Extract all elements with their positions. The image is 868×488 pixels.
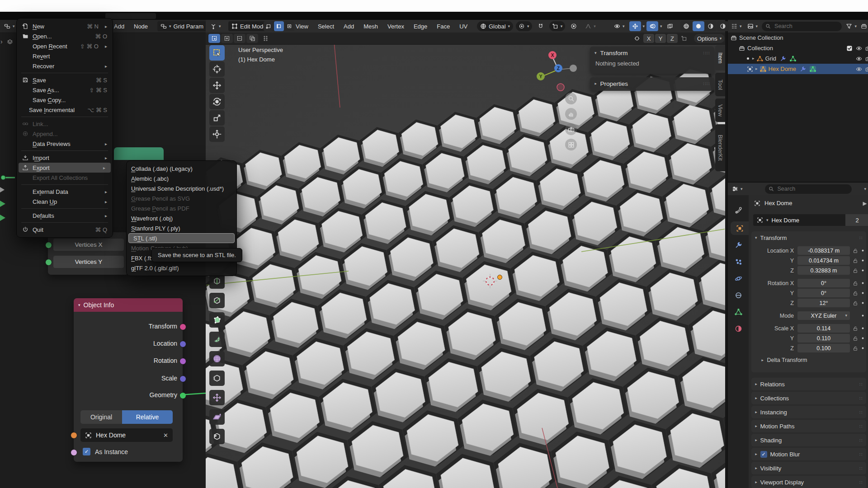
- tab-particles[interactable]: [728, 255, 749, 268]
- outliner-search[interactable]: [762, 22, 842, 31]
- export-menu-item-stanford-ply-ply[interactable]: Stanford PLY (.ply): [127, 223, 236, 233]
- npanel-tab-tool[interactable]: Tool: [715, 73, 725, 96]
- tool-knife-button[interactable]: [209, 293, 225, 308]
- export-menu-item-grease-pencil-as-pdf[interactable]: Grease Pencil as PDF: [127, 203, 236, 213]
- lock-icon[interactable]: [852, 281, 859, 286]
- viewport-menu-select[interactable]: Select: [316, 23, 335, 30]
- socket-vertices-y[interactable]: [45, 259, 52, 266]
- xray-toggle[interactable]: [664, 21, 676, 31]
- npanel-properties-title[interactable]: Properties: [600, 80, 700, 87]
- file-menu-item-open[interactable]: Open...⌘ O: [17, 31, 113, 41]
- expand-chevron-icon[interactable]: ▸: [755, 67, 758, 71]
- file-menu-item-import[interactable]: Import▸: [17, 153, 113, 163]
- cursor-3d[interactable]: [480, 271, 500, 291]
- field-z[interactable]: 12°: [797, 299, 850, 307]
- tool-cursor-button[interactable]: [209, 61, 225, 77]
- animate-dot[interactable]: [862, 250, 864, 252]
- tool-move-button[interactable]: [209, 78, 225, 93]
- export-menu-item-alembic-abc[interactable]: Alembic (.abc): [127, 174, 236, 183]
- animate-dot[interactable]: [862, 302, 864, 304]
- file-menu-item-save-as[interactable]: Save As...⇧ ⌘ S: [17, 85, 113, 95]
- panel-viewport-display[interactable]: ▾Viewport Display∷: [751, 476, 866, 488]
- editor-type-button[interactable]: ▾: [2, 21, 17, 31]
- panel-relations[interactable]: ▾Relations∷: [751, 378, 866, 390]
- field-scale-x[interactable]: 0.114: [797, 324, 850, 333]
- shading-rendered[interactable]: [717, 21, 729, 31]
- expand-chevron-icon[interactable]: ▸: [752, 56, 755, 61]
- properties-editor-type[interactable]: ▾: [731, 184, 744, 194]
- tool-rip-region-button[interactable]: [209, 429, 225, 444]
- panel-grip[interactable]: ∷: [859, 396, 863, 401]
- lock-icon[interactable]: [852, 336, 859, 341]
- pan-button[interactable]: [565, 108, 577, 120]
- snap-base-icon[interactable]: [679, 34, 689, 43]
- field-mode[interactable]: XYZ Euler▾: [797, 311, 850, 320]
- field-y[interactable]: 0°: [797, 289, 850, 297]
- export-menu-item-gltf-2-0-glb-gltf[interactable]: glTF 2.0 (.glb/.gltf): [127, 263, 236, 273]
- orientation-dropdown[interactable]: Global▾: [477, 21, 513, 31]
- file-menu-item-save-copy[interactable]: Save Copy...: [17, 95, 113, 105]
- tool-select-box-button[interactable]: [209, 45, 225, 61]
- close-icon[interactable]: ✕: [163, 432, 168, 439]
- editor-type-button[interactable]: ▾: [208, 21, 223, 31]
- vertices-node[interactable]: Vertices X Vertices Y: [48, 232, 128, 275]
- mirror-icon[interactable]: [632, 34, 642, 43]
- export-menu-item-stl-stl[interactable]: STL (.stl): [128, 233, 235, 243]
- properties-filter-dropdown[interactable]: ▾: [864, 187, 866, 191]
- overlays-toggle[interactable]: [646, 21, 658, 31]
- lock-icon[interactable]: [852, 268, 859, 273]
- export-menu-item-universal-scene-description-usd[interactable]: Universal Scene Description (.usd*): [127, 183, 236, 193]
- file-menu-item-open-recent[interactable]: Open Recent⇧ ⌘ O▸: [17, 41, 113, 51]
- vertices-y-field[interactable]: Vertices Y: [53, 256, 124, 268]
- collapse-chevron-icon[interactable]: ▾: [78, 303, 80, 307]
- outliner-filter-type[interactable]: ▾: [746, 21, 760, 31]
- panel-shading[interactable]: ▾Shading∷: [751, 434, 866, 446]
- lock-icon[interactable]: [852, 258, 859, 263]
- panel-visibility[interactable]: ▾Visibility∷: [751, 462, 866, 474]
- socket-scale-output[interactable]: [179, 375, 186, 382]
- mirror-x-toggle[interactable]: X: [643, 34, 654, 43]
- tool-edge-slide-button[interactable]: [209, 371, 225, 386]
- lock-icon[interactable]: [852, 248, 859, 253]
- camera-visibility-icon[interactable]: [865, 45, 868, 52]
- viewport-menu-face[interactable]: Face: [435, 23, 451, 30]
- object-info-node-header[interactable]: ▾ Object Info: [74, 298, 183, 312]
- npanel-tab-view[interactable]: View: [715, 99, 725, 122]
- object-info-node[interactable]: ▾ Object Info TransformLocationRotationS…: [74, 298, 183, 462]
- mirror-y-toggle[interactable]: Y: [655, 34, 666, 43]
- proportional-edit-toggle[interactable]: [568, 21, 580, 31]
- file-menu-item-external-data[interactable]: External Data▸: [17, 187, 113, 197]
- falloff-dropdown[interactable]: ▾: [582, 21, 599, 31]
- file-menu-item-data-previews[interactable]: Data Previews▸: [17, 139, 113, 149]
- lock-icon[interactable]: [852, 346, 859, 351]
- animate-dot[interactable]: [862, 328, 864, 329]
- camera-visibility-icon[interactable]: [865, 56, 868, 62]
- export-menu-item-wavefront-obj[interactable]: Wavefront (.obj): [127, 213, 236, 223]
- tab-modifiers[interactable]: [728, 238, 749, 252]
- file-menu-item-append[interactable]: Append...: [17, 129, 113, 139]
- file-menu-item-export-all-collections[interactable]: Export All Collections: [17, 173, 113, 183]
- gizmos-toggle[interactable]: [629, 21, 641, 31]
- collection-checkbox[interactable]: [846, 45, 853, 52]
- field-z[interactable]: 0.100: [797, 344, 850, 352]
- menu-add[interactable]: Add: [113, 23, 126, 30]
- socket-transform-output[interactable]: [179, 324, 186, 330]
- panel-grip[interactable]: ∷: [859, 480, 863, 485]
- snap-with-dropdown[interactable]: ▾: [549, 21, 566, 31]
- new-collection-icon[interactable]: [861, 23, 867, 29]
- file-menu-item-export[interactable]: Export▸: [19, 163, 111, 173]
- outliner-search-input[interactable]: [774, 23, 838, 30]
- collapse-chevron-icon[interactable]: ▾: [755, 236, 757, 240]
- mode-button-original[interactable]: Original: [80, 410, 122, 424]
- panel-grip[interactable]: ∷: [859, 424, 863, 429]
- mode-button-relative[interactable]: Relative: [122, 410, 173, 424]
- delta-transform-subpanel[interactable]: ▾ Delta Transform: [761, 357, 807, 363]
- file-menu-item-clean-up[interactable]: Clean Up▸: [17, 197, 113, 206]
- overlays-dropdown[interactable]: ▾: [660, 24, 662, 28]
- tool-shear-button[interactable]: [209, 409, 225, 425]
- socket-rotation-output[interactable]: [179, 358, 186, 365]
- eye-visibility-icon[interactable]: [856, 56, 862, 62]
- nodetree-icon[interactable]: [790, 56, 796, 62]
- tool-shrink-fatten-button[interactable]: [209, 390, 225, 405]
- expand-chevron-icon[interactable]: ▾: [594, 83, 598, 85]
